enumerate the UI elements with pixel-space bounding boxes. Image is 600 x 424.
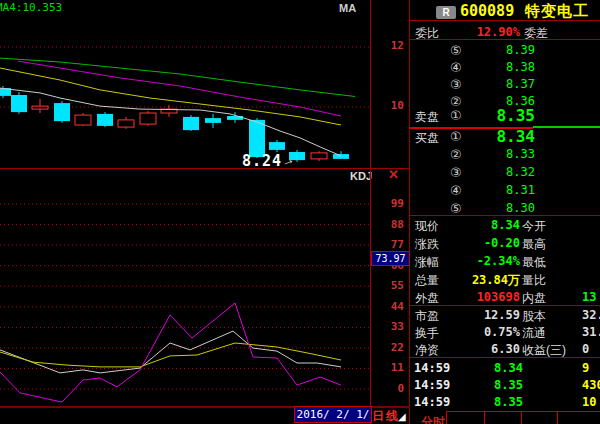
stat-value: -2.34% — [430, 254, 520, 268]
tick-trade-row[interactable]: 14:598.35430 — [410, 378, 600, 395]
candle — [333, 154, 349, 159]
stat-right-value: 31. — [582, 325, 600, 339]
stat-row[interactable]: 总量23.84万量比 — [410, 272, 600, 289]
ma-green — [0, 58, 355, 96]
tick-time: 14:59 — [414, 378, 450, 392]
kdj-axis-label: 99 — [380, 197, 404, 210]
tick-volume: 10 — [582, 395, 596, 409]
sell-level-row[interactable]: 卖盘①8.35 — [410, 108, 600, 125]
ma-legend-label: MA — [339, 2, 356, 14]
weibi-value: 12.90% — [458, 25, 520, 39]
stat-value: -0.20 — [430, 236, 520, 250]
kdj-axis-label: 55 — [380, 279, 404, 292]
buy-price: 8.30 — [440, 201, 535, 215]
stat-right-label: 今开 — [522, 218, 546, 235]
tick-trade-row[interactable]: 14:598.3510 — [410, 395, 600, 412]
stats-separator-2 — [410, 305, 600, 306]
stat-value: 6.30 — [430, 342, 520, 356]
weibi-underline — [410, 39, 600, 40]
tick-volume: 9 — [582, 361, 589, 375]
chart-right-border — [370, 0, 371, 424]
candlestick-kdj-chart[interactable] — [0, 0, 370, 407]
stock-terminal-window: MA4:10.353 MA 8.24 → KDJ ✕ 2016/ 2/ 1/— … — [0, 0, 600, 424]
candle — [97, 114, 113, 126]
buy-price: 8.32 — [440, 165, 535, 179]
kdj-k — [0, 331, 341, 373]
kdj-axis-label: 88 — [380, 218, 404, 231]
candle — [311, 153, 327, 159]
ma4-value-label: MA4:10.353 — [0, 1, 62, 14]
price-axis-label: 10 — [380, 99, 404, 112]
ma-yellow — [0, 68, 341, 125]
buy-level-row[interactable]: ②8.33 — [410, 147, 600, 164]
stock-name[interactable]: 特变电工 — [525, 2, 589, 21]
stat-value: 12.59 — [430, 308, 520, 322]
kdj-axis-label: 77 — [380, 238, 404, 251]
candle — [118, 120, 134, 127]
tick-price: 8.35 — [455, 378, 523, 392]
kdj-d — [0, 343, 341, 367]
close-indicator-icon[interactable]: ✕ — [388, 167, 399, 182]
stat-right-label: 量比 — [522, 272, 546, 289]
stat-right-value: 32. — [582, 308, 600, 322]
kdj-current-value-badge: 73.97 — [371, 251, 410, 266]
buy-level-row[interactable]: ④8.31 — [410, 183, 600, 200]
buy-price: 8.33 — [440, 147, 535, 161]
buy-level-row[interactable]: 买盘①8.34 — [410, 129, 600, 146]
stock-code[interactable]: 600089 — [460, 2, 514, 20]
stat-value: 23.84万 — [430, 272, 520, 289]
tick-volume: 430 — [582, 378, 600, 392]
stat-right-label: 股本 — [522, 308, 546, 325]
sell-price: 8.35 — [440, 106, 535, 125]
candle — [54, 103, 70, 121]
stat-value: 0.75% — [430, 325, 520, 339]
buy-side-label: 买盘 — [415, 130, 439, 147]
kdj-axis-label: 44 — [380, 300, 404, 313]
candle — [269, 142, 285, 150]
sell-price: 8.38 — [440, 60, 535, 74]
kdj-axis-label: 33 — [380, 320, 404, 333]
sell-level-row[interactable]: ④8.38 — [410, 60, 600, 77]
sell-side-label: 卖盘 — [415, 109, 439, 126]
kdj-indicator-title: KDJ — [350, 170, 372, 182]
candle — [183, 117, 199, 130]
stat-row[interactable]: 换手0.75%流通31. — [410, 325, 600, 342]
stat-row[interactable]: 现价8.34今开 — [410, 218, 600, 235]
sell-level-row[interactable]: ⑤8.39 — [410, 43, 600, 60]
stat-value: 103698 — [430, 290, 520, 304]
price-axis-label: 12 — [380, 39, 404, 52]
stat-right-label: 最低 — [522, 254, 546, 271]
kdj-axis-label: 0 — [380, 382, 404, 395]
stats-separator-3 — [410, 357, 600, 358]
stat-value: 8.34 — [430, 218, 520, 232]
stat-right-value: 13 — [582, 290, 596, 304]
period-dropdown-icon[interactable]: ◢ — [398, 411, 406, 422]
tick-price: 8.35 — [455, 395, 523, 409]
stat-row[interactable]: 市盈12.59股本32. — [410, 308, 600, 325]
margin-eligible-badge: R — [436, 6, 456, 19]
candle — [11, 95, 27, 112]
stat-right-label: 最高 — [522, 236, 546, 253]
kdj-j — [0, 303, 341, 402]
ma-white — [0, 88, 341, 156]
kdj-axis-label: 22 — [380, 341, 404, 354]
buy-level-row[interactable]: ③8.32 — [410, 165, 600, 182]
tick-time: 14:59 — [414, 361, 450, 375]
panel-separator-line — [0, 168, 410, 169]
buy-price: 8.31 — [440, 183, 535, 197]
stat-right-value: 0 — [582, 342, 589, 356]
stat-right-label: 流通 — [522, 325, 546, 342]
stat-row[interactable]: 涨幅-2.34%最低 — [410, 254, 600, 271]
tick-trade-row[interactable]: 14:598.349 — [410, 361, 600, 378]
candle — [32, 106, 48, 109]
period-tab-daily[interactable]: 日线 — [372, 408, 400, 424]
stats-separator-1 — [410, 215, 600, 216]
sell-price: 8.39 — [440, 43, 535, 57]
candle — [75, 115, 91, 125]
stat-row[interactable]: 涨跌-0.20最高 — [410, 236, 600, 253]
candle — [205, 118, 221, 123]
current-price-line — [533, 126, 600, 128]
quote-panel: R 600089 特变电工 委比 12.90% 委差 ⑤8.39④8.38③8.… — [410, 0, 600, 424]
sell-level-row[interactable]: ③8.37 — [410, 77, 600, 94]
date-indicator[interactable]: 2016/ 2/ 1/— — [294, 406, 372, 423]
